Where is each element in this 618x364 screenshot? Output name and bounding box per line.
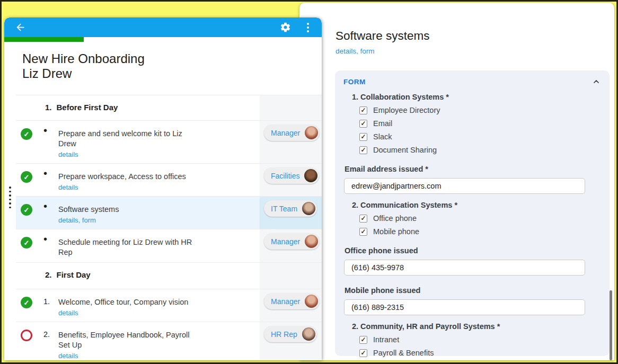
chevron-up-icon[interactable]	[592, 77, 601, 86]
task-status-rejected-icon[interactable]	[21, 330, 32, 341]
checkbox-row: ✓ Employee Directory	[359, 106, 600, 114]
checklist-header	[4, 17, 322, 37]
avatar	[302, 202, 315, 215]
assignee-label: Manager	[271, 129, 300, 137]
task-row[interactable]: ✓ • Prepare and send welcome kit to Liz …	[16, 120, 322, 163]
assignee-pill[interactable]: HR Rep	[264, 326, 317, 342]
bullet: •	[43, 234, 58, 244]
form-group-label: 2. Community, HR and Payroll Systems *	[352, 322, 600, 331]
checkbox-label: Employee Directory	[373, 106, 440, 114]
assignee-pill[interactable]: Manager	[264, 125, 320, 141]
checkbox-checked[interactable]: ✓	[359, 146, 367, 154]
checkbox-label: Slack	[373, 132, 392, 141]
checkbox-checked[interactable]: ✓	[359, 349, 367, 357]
task-detail-panel: Software systems details, form FORM 1. C…	[299, 3, 614, 360]
section-label: Before First Day	[57, 103, 118, 120]
checkbox-checked[interactable]: ✓	[359, 215, 367, 223]
task-details-link[interactable]: details, form	[58, 216, 257, 224]
task-details-link[interactable]: details	[58, 183, 257, 191]
office-phone-input[interactable]	[344, 260, 585, 276]
task-title: Schedule meeting for Liz Drew with HR Re…	[58, 237, 257, 258]
bullet: •	[43, 125, 58, 136]
checklist-title: New Hire Onboarding Liz Drew	[22, 51, 322, 81]
checkbox-label: HRIS	[373, 362, 392, 364]
checklist-panel: New Hire Onboarding Liz Drew 1. Before F…	[4, 17, 322, 360]
checkbox-row: ✓ Slack	[359, 132, 600, 141]
task-row-selected[interactable]: ✓ • Software systems details, form IT Te…	[16, 196, 322, 229]
assignee-pill[interactable]: Manager	[264, 293, 320, 309]
checkbox-checked[interactable]: ✓	[359, 120, 367, 128]
mobile-phone-input[interactable]	[344, 299, 585, 315]
task-title: Benefits, Employee Handbook, Payroll Set…	[58, 330, 257, 350]
scrollbar-thumb[interactable]	[610, 290, 612, 360]
checkbox-checked[interactable]: ✓	[359, 133, 367, 141]
checkbox-label: Email	[373, 119, 392, 128]
task-row[interactable]: ✓ • Prepare workspace, Access to offices…	[16, 163, 322, 196]
checkbox-label: Mobile phone	[373, 227, 419, 236]
section-label: First Day	[57, 270, 91, 289]
assignee-label: HR Rep	[271, 330, 297, 339]
checkbox-row: ✓ Office phone	[359, 214, 600, 223]
task-details-link[interactable]: details	[58, 309, 257, 317]
form-section-label: FORM	[343, 78, 366, 86]
bullet: •	[43, 201, 58, 211]
progress-bar-fill	[4, 37, 84, 42]
checkbox-row: ✓ HRIS	[359, 362, 600, 364]
checkbox-label: Intranet	[373, 335, 399, 344]
checkbox-checked[interactable]: ✓	[359, 336, 367, 344]
task-check-icon[interactable]: ✓	[21, 171, 32, 183]
checkbox-label: Office phone	[373, 214, 417, 223]
assignee-pill[interactable]: IT Team	[264, 200, 317, 217]
checkbox-row: ✓ Document Sharing	[359, 146, 600, 154]
app-window: Software systems details, form FORM 1. C…	[0, 0, 618, 364]
gear-icon[interactable]	[280, 22, 291, 33]
field-label: Mobile phone issued	[345, 286, 600, 295]
task-check-icon[interactable]: ✓	[21, 128, 32, 140]
checkbox-row: ✓ Mobile phone	[359, 227, 600, 236]
progress-bar	[4, 37, 322, 42]
task-details-link[interactable]: details	[58, 150, 257, 158]
section-header: 1. Before First Day	[16, 95, 322, 120]
task-details-link[interactable]: details	[58, 352, 257, 360]
assignee-label: Manager	[271, 237, 300, 246]
assignee-label: IT Team	[271, 205, 297, 213]
task-list: 1. Before First Day ✓ • Prepare and send…	[4, 95, 322, 360]
checkbox-checked[interactable]: ✓	[359, 106, 367, 114]
task-title: Prepare and send welcome kit to Liz Drew	[58, 129, 257, 149]
avatar	[305, 295, 318, 308]
assignee-label: Facilities	[271, 172, 299, 180]
task-row[interactable]: ✓ • Schedule meeting for Liz Drew with H…	[16, 229, 322, 262]
field-label: Email address issued *	[345, 165, 600, 173]
avatar	[302, 327, 315, 341]
task-number: 2.	[43, 330, 58, 339]
checkbox-checked[interactable]: ✓	[359, 362, 367, 364]
avatar	[305, 126, 318, 139]
checkbox-row: ✓ Email	[359, 119, 600, 128]
task-title: Software systems	[58, 205, 257, 215]
bullet: •	[43, 168, 58, 179]
task-row[interactable]: 2. Benefits, Employee Handbook, Payroll …	[16, 322, 322, 360]
task-row[interactable]: ✓ 1. Welcome, Office tour, Company visio…	[16, 289, 322, 322]
task-number: 1.	[43, 297, 58, 306]
back-arrow-icon[interactable]	[15, 22, 26, 33]
field-label: Office phone issued	[345, 246, 600, 255]
form-group-label: 1. Collaboration Systems *	[352, 93, 600, 101]
task-check-icon[interactable]: ✓	[21, 297, 32, 308]
assignee-pill[interactable]: Facilities	[264, 167, 319, 184]
drag-handle-dots-icon[interactable]	[9, 187, 11, 208]
checkbox-row: ✓ Payroll & Benefits	[359, 349, 600, 357]
checkbox-checked[interactable]: ✓	[359, 228, 367, 236]
section-header: 2. First Day	[16, 262, 322, 289]
more-vertical-icon[interactable]	[307, 23, 309, 32]
form-group-label: 2. Communication Systems *	[352, 201, 600, 209]
task-title: Welcome, Office tour, Company vision	[58, 297, 257, 307]
avatar	[305, 235, 318, 248]
task-detail-title: Software systems	[336, 29, 614, 43]
task-check-icon[interactable]: ✓	[21, 204, 32, 216]
email-issued-input[interactable]	[344, 178, 585, 194]
task-detail-links[interactable]: details, form	[336, 47, 614, 55]
form-section: FORM 1. Collaboration Systems * ✓ Employ…	[335, 70, 610, 356]
assignee-pill[interactable]: Manager	[264, 233, 320, 250]
checkbox-label: Payroll & Benefits	[373, 349, 434, 357]
task-check-icon[interactable]: ✓	[21, 237, 32, 248]
